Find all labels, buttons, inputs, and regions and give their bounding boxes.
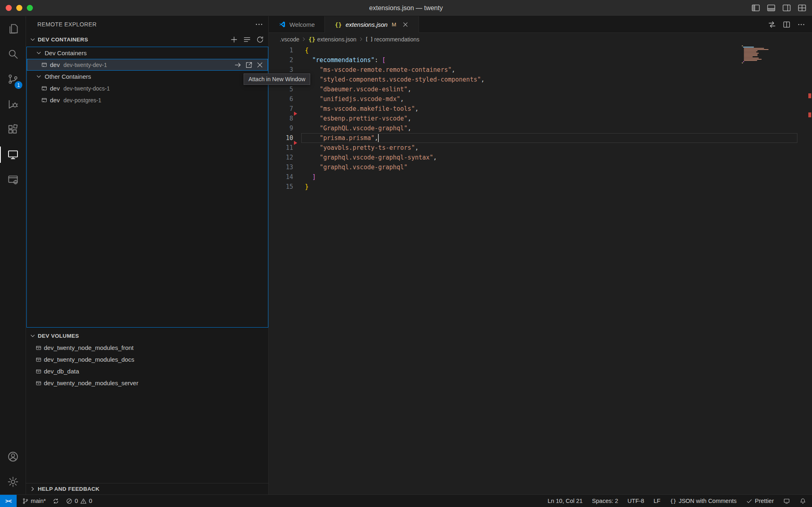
sidebar-title: REMOTE EXPLORER xyxy=(37,21,255,28)
line-number: 9 xyxy=(269,125,293,132)
code-editor[interactable]: 1{2 "recommendations": [3 "ms-vscode-rem… xyxy=(269,45,806,494)
close-icon[interactable] xyxy=(256,61,264,69)
section-help-and-feedback[interactable]: HELP AND FEEDBACK xyxy=(26,483,268,494)
section-dev-volumes[interactable]: DEV VOLUMES xyxy=(26,330,268,341)
status-formatter[interactable]: Prettier xyxy=(746,498,774,505)
status-encoding[interactable]: UTF-8 xyxy=(628,498,644,504)
status-label: UTF-8 xyxy=(628,498,644,504)
breadcrumb-item[interactable]: .vscode xyxy=(280,36,299,43)
debug-icon xyxy=(7,98,19,110)
breadcrumb-item[interactable]: {}extensions.json xyxy=(309,36,356,43)
close-icon[interactable] xyxy=(402,21,409,28)
problems-status[interactable]: 0 0 xyxy=(66,498,92,505)
activity-item-remote-explorer[interactable] xyxy=(0,142,26,167)
compare-changes-icon[interactable] xyxy=(768,20,776,29)
close-window-button[interactable] xyxy=(6,5,12,11)
status-screen-share[interactable] xyxy=(783,498,790,505)
line-number: 11 xyxy=(269,144,293,151)
row-actions xyxy=(234,59,264,71)
editor-group: Welcome{}extensions.jsonM .vscode{}exten… xyxy=(269,16,812,494)
chevron-right-icon xyxy=(29,485,36,492)
more-actions-icon[interactable] xyxy=(255,20,263,29)
line-number: 15 xyxy=(269,183,293,190)
tree-group[interactable]: Other Containers xyxy=(27,71,268,82)
code-line: 13 "graphql.vscode-graphql" xyxy=(269,162,806,172)
warning-count: 0 xyxy=(89,498,92,504)
tree-group-label: Other Containers xyxy=(45,73,91,80)
line-text: "ms-vscode-remote.remote-containers", xyxy=(305,66,455,73)
volume-row[interactable]: dev_twenty_node_modules_docs xyxy=(26,354,268,365)
volume-label: dev_twenty_node_modules_front xyxy=(44,344,134,351)
volume-row[interactable]: dev_db_data xyxy=(26,365,268,377)
volume-icon xyxy=(35,356,42,363)
breadcrumb-item[interactable]: [ ]recommendations xyxy=(366,36,419,43)
minimap-line xyxy=(744,58,758,58)
section-dev-containers[interactable]: DEV CONTAINERS xyxy=(26,34,268,45)
status-notifications[interactable] xyxy=(799,498,806,505)
code-line: 12 "graphql.vscode-graphql-syntax", xyxy=(269,153,806,162)
status-indentation[interactable]: Spaces: 2 xyxy=(592,498,618,504)
status-language-mode[interactable]: {}JSON with Comments xyxy=(670,498,737,505)
breadcrumb-label: .vscode xyxy=(280,36,299,43)
tree-group[interactable]: Dev Containers xyxy=(27,47,268,59)
layout-panel-icon[interactable] xyxy=(766,3,776,13)
activity-item-search[interactable] xyxy=(0,41,26,67)
branch-status[interactable]: main* xyxy=(22,498,46,505)
branch-icon xyxy=(22,498,29,505)
customize-layout-icon[interactable] xyxy=(797,3,807,13)
dev-containers-icon xyxy=(7,174,19,186)
add-icon[interactable] xyxy=(230,35,238,44)
tab-label: Welcome xyxy=(289,21,315,28)
line-number: 8 xyxy=(269,115,293,122)
minimap-line xyxy=(743,47,754,47)
line-number: 10 xyxy=(269,134,293,142)
activity-item-accounts[interactable] xyxy=(0,444,26,469)
volume-row[interactable]: dev_twenty_node_modules_front xyxy=(26,342,268,354)
minimize-window-button[interactable] xyxy=(16,5,22,11)
minimap[interactable] xyxy=(742,45,770,64)
dev-containers-tree: Dev Containersdevdev-twenty-dev-1Other C… xyxy=(26,47,268,328)
account-icon xyxy=(7,451,19,463)
minimap-line xyxy=(742,63,743,63)
arrow-right-icon[interactable] xyxy=(234,61,242,69)
status-cursor-position[interactable]: Ln 10, Col 21 xyxy=(548,498,583,504)
tab-extensions-json[interactable]: {}extensions.jsonM xyxy=(325,16,419,33)
layout-sidebar-left-icon[interactable] xyxy=(751,3,761,13)
refresh-icon[interactable] xyxy=(256,35,264,44)
breadcrumb-label: recommendations xyxy=(374,36,419,43)
activity-item-explorer[interactable] xyxy=(0,16,26,41)
tooltip-attach-in-new-window: Attach in New Window xyxy=(244,73,310,85)
vscode-window: extensions.json — twenty 1 REMOTE EXPLOR… xyxy=(0,0,812,507)
container-row[interactable]: devdev-twenty-dev-1 xyxy=(27,59,268,71)
container-description: dev-postgres-1 xyxy=(63,97,101,104)
volume-row[interactable]: dev_twenty_node_modules_server xyxy=(26,377,268,389)
remote-indicator-button[interactable]: >< xyxy=(0,495,17,507)
activity-item-dev-containers[interactable] xyxy=(0,167,26,192)
activity-item-extensions[interactable] xyxy=(0,117,26,142)
line-text: "dbaeumer.vscode-eslint", xyxy=(305,86,411,93)
volume-label: dev_twenty_node_modules_docs xyxy=(44,356,134,363)
sync-status[interactable] xyxy=(52,498,59,505)
list-icon[interactable] xyxy=(243,35,251,44)
minimap-line xyxy=(744,52,756,52)
status-eol[interactable]: LF xyxy=(654,498,661,504)
line-text: "unifiedjs.vscode-mdx", xyxy=(305,95,404,103)
minimap-line xyxy=(744,54,758,55)
breadcrumb-label: extensions.json xyxy=(317,36,356,43)
zoom-window-button[interactable] xyxy=(27,5,33,11)
activity-item-source-control[interactable]: 1 xyxy=(0,67,26,92)
activity-item-manage[interactable] xyxy=(0,469,26,494)
tab-welcome[interactable]: Welcome xyxy=(269,16,325,32)
line-number: 1 xyxy=(269,47,293,54)
new-window-icon[interactable] xyxy=(245,61,253,69)
overview-ruler-mark xyxy=(808,112,811,117)
container-row[interactable]: devdev-postgres-1 xyxy=(27,94,268,106)
layout-sidebar-right-icon[interactable] xyxy=(782,3,792,13)
code-line: 3 "ms-vscode-remote.remote-containers", xyxy=(269,65,806,75)
activity-item-run-debug[interactable] xyxy=(0,92,26,117)
line-text: ] xyxy=(305,173,316,181)
more-icon[interactable] xyxy=(797,20,806,29)
volume-icon xyxy=(35,368,42,375)
split-editor-icon[interactable] xyxy=(782,20,791,29)
container-row[interactable]: devdev-twenty-docs-1 xyxy=(27,82,268,94)
